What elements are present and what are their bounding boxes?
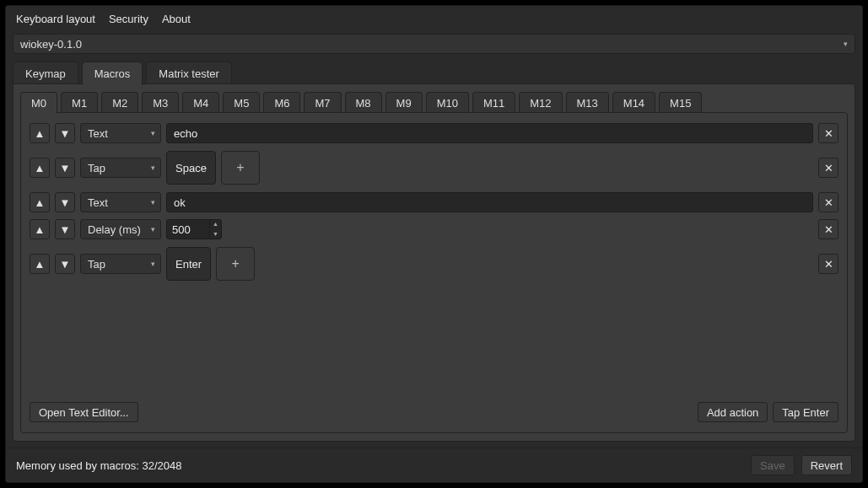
move-up-button[interactable]: ▲: [30, 123, 50, 143]
down-icon: ▼: [60, 127, 71, 140]
app-window: Keyboard layout Security About wiokey-0.…: [5, 5, 863, 483]
action-type-select[interactable]: Tap ▾: [80, 254, 161, 274]
device-select[interactable]: wiokey-0.1.0 ▾: [13, 34, 855, 54]
action-type-select[interactable]: Delay (ms) ▾: [80, 219, 161, 239]
chevron-down-icon: ▾: [151, 198, 155, 206]
action-type-label: Delay (ms): [88, 223, 141, 236]
action-type-label: Tap: [88, 162, 105, 174]
action-type-select[interactable]: Text ▾: [80, 123, 161, 143]
action-type-select[interactable]: Text ▾: [80, 192, 161, 212]
chevron-down-icon: ▾: [151, 225, 155, 233]
macro-tab-m10[interactable]: M10: [426, 92, 469, 114]
menu-about[interactable]: About: [162, 13, 191, 25]
move-down-button[interactable]: ▼: [55, 254, 75, 274]
delete-action-button[interactable]: ✕: [818, 192, 838, 212]
chevron-down-icon: ▾: [151, 129, 155, 137]
macro-tab-m12[interactable]: M12: [519, 92, 562, 114]
delay-spinbox[interactable]: ▲ ▼: [166, 219, 222, 239]
action-type-select[interactable]: Tap ▾: [80, 158, 161, 178]
macro-tab-m13[interactable]: M13: [566, 92, 609, 114]
device-name: wiokey-0.1.0: [20, 38, 82, 51]
delay-input[interactable]: [167, 223, 209, 236]
macro-tab-m3[interactable]: M3: [142, 92, 179, 114]
down-icon: ▼: [60, 258, 71, 271]
spin-down-icon[interactable]: ▼: [210, 229, 221, 239]
tab-macros[interactable]: Macros: [82, 62, 143, 85]
tap-enter-button[interactable]: Tap Enter: [773, 402, 838, 422]
macro-tab-m15[interactable]: M15: [659, 92, 702, 114]
revert-button[interactable]: Revert: [801, 455, 852, 475]
macro-tab-m8[interactable]: M8: [345, 92, 382, 114]
add-key-button[interactable]: +: [221, 151, 260, 185]
close-icon: ✕: [824, 162, 833, 174]
memory-status: Memory used by macros: 32/2048: [16, 459, 182, 472]
delete-action-button[interactable]: ✕: [818, 123, 838, 143]
move-down-button[interactable]: ▼: [55, 219, 75, 239]
action-row: ▲ ▼ Tap ▾ Enter + ✕: [30, 246, 838, 282]
down-icon: ▼: [60, 223, 71, 236]
macro-tab-m0[interactable]: M0: [20, 92, 57, 114]
move-up-button[interactable]: ▲: [30, 158, 50, 178]
action-type-label: Text: [88, 127, 108, 140]
menubar: Keyboard layout Security About: [6, 6, 862, 32]
close-icon: ✕: [824, 127, 833, 140]
macro-tab-m11[interactable]: M11: [472, 92, 515, 114]
action-type-label: Text: [88, 196, 108, 209]
chevron-down-icon: ▾: [151, 260, 155, 268]
macro-tab-m2[interactable]: M2: [101, 92, 138, 114]
main-tabs: Keymap Macros Matrix tester: [6, 61, 862, 84]
open-text-editor-button[interactable]: Open Text Editor...: [30, 402, 138, 422]
spin-up-icon[interactable]: ▲: [210, 219, 221, 229]
save-button: Save: [751, 455, 795, 475]
add-key-button[interactable]: +: [216, 247, 255, 281]
move-down-button[interactable]: ▼: [55, 158, 75, 178]
add-action-button[interactable]: Add action: [698, 402, 768, 422]
delete-action-button[interactable]: ✕: [818, 254, 838, 274]
close-icon: ✕: [824, 196, 833, 209]
macros-panel: M0 M1 M2 M3 M4 M5 M6 M7 M8 M9 M10 M11 M1…: [13, 83, 855, 442]
device-selector-row: wiokey-0.1.0 ▾: [13, 34, 855, 54]
delete-action-button[interactable]: ✕: [818, 158, 838, 178]
delete-action-button[interactable]: ✕: [818, 219, 838, 239]
down-icon: ▼: [60, 162, 71, 174]
move-up-button[interactable]: ▲: [30, 219, 50, 239]
up-icon: ▲: [35, 162, 46, 174]
chevron-down-icon: ▾: [151, 164, 155, 172]
macro-tab-m5[interactable]: M5: [223, 92, 260, 114]
menu-keyboard-layout[interactable]: Keyboard layout: [16, 13, 95, 25]
up-icon: ▲: [35, 223, 46, 236]
menu-security[interactable]: Security: [109, 13, 148, 25]
move-down-button[interactable]: ▼: [55, 123, 75, 143]
move-up-button[interactable]: ▲: [30, 192, 50, 212]
move-up-button[interactable]: ▲: [30, 254, 50, 274]
chevron-down-icon: ▾: [844, 40, 848, 48]
down-icon: ▼: [60, 196, 71, 209]
statusbar: Memory used by macros: 32/2048 Save Reve…: [6, 448, 862, 482]
action-text-input[interactable]: [166, 123, 813, 143]
action-text-input[interactable]: [166, 192, 813, 212]
tab-keymap[interactable]: Keymap: [13, 62, 78, 85]
action-row: ▲ ▼ Tap ▾ Space + ✕: [30, 150, 838, 185]
action-row: ▲ ▼ Text ▾ ✕: [30, 192, 838, 212]
action-type-label: Tap: [88, 258, 105, 271]
close-icon: ✕: [824, 223, 833, 236]
keycap-space[interactable]: Space: [166, 151, 216, 185]
tab-matrix-tester[interactable]: Matrix tester: [146, 62, 232, 85]
macro-tab-m7[interactable]: M7: [304, 92, 341, 114]
keycap-enter[interactable]: Enter: [166, 247, 211, 281]
macro-tab-m9[interactable]: M9: [385, 92, 423, 114]
up-icon: ▲: [35, 258, 46, 271]
macro-footer: Open Text Editor... Add action Tap Enter: [30, 402, 838, 422]
macro-actions-list: ▲ ▼ Text ▾ ✕ ▲ ▼ Tap ▾ Space +: [20, 112, 848, 433]
macro-tab-m4[interactable]: M4: [182, 92, 219, 114]
macro-tab-m14[interactable]: M14: [612, 92, 655, 114]
macro-tab-m1[interactable]: M1: [61, 92, 98, 114]
macro-tab-m6[interactable]: M6: [263, 92, 300, 114]
action-row: ▲ ▼ Text ▾ ✕: [30, 123, 838, 143]
action-row: ▲ ▼ Delay (ms) ▾ ▲ ▼ ✕: [30, 219, 838, 239]
up-icon: ▲: [35, 196, 46, 209]
up-icon: ▲: [35, 127, 46, 140]
macro-tabs: M0 M1 M2 M3 M4 M5 M6 M7 M8 M9 M10 M11 M1…: [20, 91, 848, 113]
move-down-button[interactable]: ▼: [55, 192, 75, 212]
close-icon: ✕: [824, 258, 833, 271]
